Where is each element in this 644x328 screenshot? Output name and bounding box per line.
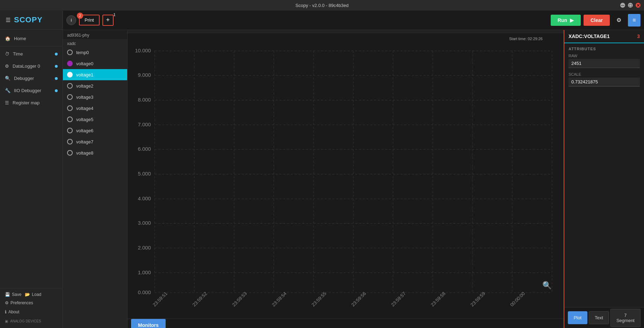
sidebar-item-label: Register map <box>13 100 39 105</box>
menu-button[interactable]: ≡ <box>628 14 641 27</box>
print-button[interactable]: 2 Print <box>79 15 100 25</box>
chart-svg[interactable]: 10.000 9.000 8.000 7.000 6.000 5.000 4.0… <box>131 37 557 312</box>
plot-header <box>128 30 564 33</box>
iio-debugger-icon: 🔧 <box>5 88 10 93</box>
active-dot <box>55 53 58 55</box>
channel-label: voltage1 <box>76 72 93 77</box>
raw-label: RAW <box>569 54 640 58</box>
clear-button[interactable]: Clear <box>584 15 610 26</box>
register-map-icon: ☰ <box>5 100 9 105</box>
channel-label: voltage8 <box>76 150 93 156</box>
right-panel: 3 XADC:VOLTAGE1 ATTRIBUTES RAW 2451 SCAL… <box>564 30 644 328</box>
channel-label: voltage2 <box>76 83 93 89</box>
panel-badge: 3 <box>637 33 640 39</box>
segment-button[interactable]: 7 Segment <box>610 309 641 327</box>
brand-label: ANALOG DEVICES <box>10 319 41 323</box>
svg-text:0.000: 0.000 <box>138 290 151 295</box>
sidebar-item-iio-debugger[interactable]: 🔧 IIO Debugger <box>0 84 63 97</box>
maximize-button[interactable]: □ <box>628 3 633 8</box>
channel-radio <box>67 94 73 100</box>
svg-text:6.000: 6.000 <box>138 146 151 152</box>
info-button[interactable]: i <box>66 15 76 25</box>
svg-text:00:00:00: 00:00:00 <box>509 291 526 307</box>
settings-button[interactable]: ⚙ <box>613 14 625 27</box>
channel-label: voltage4 <box>76 106 93 111</box>
sidebar-item-label: IIO Debugger <box>14 88 41 93</box>
svg-text:23:59:56: 23:59:56 <box>350 291 367 307</box>
channel-label: temp0 <box>76 50 89 55</box>
datalogger-icon: ⚙ <box>5 64 9 69</box>
channel-voltage8[interactable]: voltage8 <box>63 147 127 158</box>
channel-voltage1[interactable]: voltage1 <box>63 69 127 80</box>
save-button[interactable]: 💾 Save <box>5 292 21 297</box>
channel-voltage5[interactable]: voltage5 <box>63 114 127 125</box>
channel-voltage4[interactable]: voltage4 <box>63 103 127 114</box>
svg-text:23:59:58: 23:59:58 <box>430 291 447 307</box>
preferences-icon: ⚙ <box>5 300 9 305</box>
preferences-label: Preferences <box>10 300 33 305</box>
svg-text:23:59:57: 23:59:57 <box>390 291 407 307</box>
close-button[interactable]: ✕ <box>636 3 641 8</box>
sidebar-item-label: Debugger <box>14 76 34 81</box>
channel-radio <box>67 150 73 156</box>
sidebar-nav: 🏠 Home ⏱ Time ⚙ DataLogger 0 🔍 Debugger … <box>0 30 63 288</box>
group-label: xadc <box>63 39 127 47</box>
bottom-right-bar: Plot Text 7 Segment <box>564 307 644 328</box>
bottom-bar: Monitors <box>128 319 564 328</box>
channel-radio <box>67 128 73 133</box>
about-label: About <box>8 310 19 314</box>
analog-devices-logo: ▣ ANALOG DEVICES <box>5 318 58 325</box>
svg-text:10.000: 10.000 <box>135 48 151 53</box>
run-button[interactable]: Run ▶ <box>551 15 581 26</box>
sidebar-item-label: Home <box>14 36 26 41</box>
svg-text:3.000: 3.000 <box>138 220 151 226</box>
channel-radio <box>67 117 73 122</box>
channel-voltage2[interactable]: voltage2 <box>63 80 127 91</box>
load-button[interactable]: 📂 Load <box>25 292 41 297</box>
channel-label: voltage7 <box>76 139 93 144</box>
scale-value: 0.732421875 <box>569 77 640 87</box>
add-button[interactable]: + 1 <box>102 15 114 26</box>
channel-radio <box>67 83 73 89</box>
preferences-button[interactable]: ⚙ Preferences <box>5 300 58 306</box>
monitors-button[interactable]: Monitors <box>131 319 166 328</box>
text-button[interactable]: Text <box>589 311 609 324</box>
attributes-section: ATTRIBUTES RAW 2451 SCALE 0.732421875 <box>564 43 644 94</box>
add-badge: 1 <box>114 13 116 17</box>
sidebar-item-datalogger[interactable]: ⚙ DataLogger 0 <box>0 60 63 72</box>
svg-text:23:59:53: 23:59:53 <box>231 291 248 307</box>
channel-voltage7[interactable]: voltage7 <box>63 136 127 147</box>
hamburger-icon[interactable]: ☰ <box>6 17 10 23</box>
divider <box>0 46 63 46</box>
channel-temp0[interactable]: temp0 <box>63 47 127 58</box>
channel-radio <box>67 139 73 144</box>
minimize-button[interactable]: ─ <box>620 3 625 8</box>
about-icon: ℹ <box>5 310 7 314</box>
right-panel-header: 3 XADC:VOLTAGE1 <box>564 30 644 43</box>
time-icon: ⏱ <box>5 51 9 57</box>
title-bar: Scopy - v2.0.0 - 89c4b3ed ─ □ ✕ <box>0 0 644 10</box>
plot-button[interactable]: Plot <box>568 311 587 324</box>
right-panel-title: XADC:VOLTAGE1 <box>569 33 640 39</box>
sidebar-item-debugger[interactable]: 🔍 Debugger <box>0 72 63 84</box>
svg-text:4.000: 4.000 <box>138 196 151 201</box>
channel-radio <box>67 72 73 77</box>
svg-text:23:59:55: 23:59:55 <box>311 291 327 307</box>
run-label: Run <box>558 17 567 23</box>
sidebar-item-label: Time <box>13 51 23 57</box>
svg-text:🔍: 🔍 <box>542 281 552 290</box>
sidebar-item-register-map[interactable]: ☰ Register map <box>0 97 63 109</box>
channel-voltage3[interactable]: voltage3 <box>63 91 127 103</box>
active-dot <box>55 65 58 68</box>
channel-label: voltage6 <box>76 128 93 133</box>
settings-icon: ⚙ <box>616 17 621 23</box>
save-label: Save <box>12 292 21 297</box>
sidebar-item-home[interactable]: 🏠 Home <box>0 32 63 45</box>
toolbar: i 2 Print + 1 Run ▶ Clear ⚙ ≡ <box>63 10 644 30</box>
svg-text:5.000: 5.000 <box>138 171 151 177</box>
sidebar-item-time[interactable]: ⏱ Time <box>0 48 63 60</box>
channel-voltage0[interactable]: voltage0 <box>63 58 127 69</box>
about-button[interactable]: ℹ About <box>5 309 58 315</box>
channel-voltage6[interactable]: voltage6 <box>63 125 127 136</box>
svg-text:23:59:52: 23:59:52 <box>191 291 208 307</box>
